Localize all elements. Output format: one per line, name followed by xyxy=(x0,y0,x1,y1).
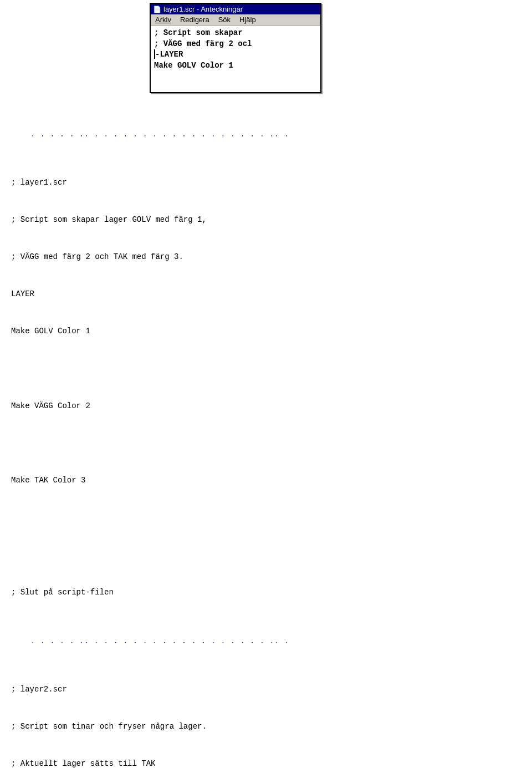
notepad-titlebar: 📄 layer1.scr - Anteckningar xyxy=(151,4,320,14)
content-line-2: ; VÄGG med färg 2 ocl xyxy=(154,39,317,50)
menu-arkiv[interactable]: Arkiv xyxy=(153,16,173,24)
section-layer2: ; layer2.scr ; Script som tinar och frys… xyxy=(11,658,521,778)
s2-line-0: ; layer2.scr xyxy=(11,683,521,695)
s1-line-11: ; Slut på script-filen xyxy=(11,586,521,598)
notepad-window: 📄 layer1.scr - Anteckningar Arkiv Redige… xyxy=(150,3,321,93)
notepad-menubar[interactable]: Arkiv Redigera Sök Hjälp xyxy=(151,14,320,26)
separator-1: . . . . . .. . . . . . . . . . . . . . .… xyxy=(11,122,521,147)
menu-hjalp[interactable]: Hjälp xyxy=(237,16,258,24)
s1-line-1: ; Script som skapar lager GOLV med färg … xyxy=(11,213,521,226)
s1-line-3: LAYER xyxy=(11,288,521,300)
content-line-4: Make GOLV Color 1 xyxy=(154,60,317,72)
s1-line-6: Make VÄGG Color 2 xyxy=(11,400,521,412)
s2-line-1: ; Script som tinar och fryser några lage… xyxy=(11,720,521,733)
s1-line-8: Make TAK Color 3 xyxy=(11,474,521,486)
notepad-content-area: ; Script som skapar ; VÄGG med färg 2 oc… xyxy=(151,26,320,92)
s1-line-5 xyxy=(11,363,521,375)
notepad-icon: 📄 xyxy=(153,6,161,13)
window-title: layer1.scr - Anteckningar xyxy=(163,5,243,13)
s1-line-0: ; layer1.scr xyxy=(11,176,521,189)
s1-line-9 xyxy=(11,511,521,523)
separator-2: . . . . . .. . . . . . . . . . . . . . .… xyxy=(11,629,521,654)
menu-sok[interactable]: Sök xyxy=(216,16,233,24)
s1-line-7 xyxy=(11,437,521,449)
s1-line-4: Make GOLV Color 1 xyxy=(11,325,521,337)
main-content: . . . . . .. . . . . . . . . . . . . . .… xyxy=(0,122,532,778)
content-line-3: -LAYER xyxy=(154,49,317,60)
section-layer1: ; layer1.scr ; Script som skapar lager G… xyxy=(11,151,521,623)
s1-line-10 xyxy=(11,549,521,561)
s1-line-2: ; VÄGG med färg 2 och TAK med färg 3. xyxy=(11,251,521,263)
menu-redigera[interactable]: Redigera xyxy=(178,16,212,24)
s2-line-2: ; Aktuellt lager sätts till TAK xyxy=(11,757,521,770)
content-line-1: ; Script som skapar xyxy=(154,28,317,39)
